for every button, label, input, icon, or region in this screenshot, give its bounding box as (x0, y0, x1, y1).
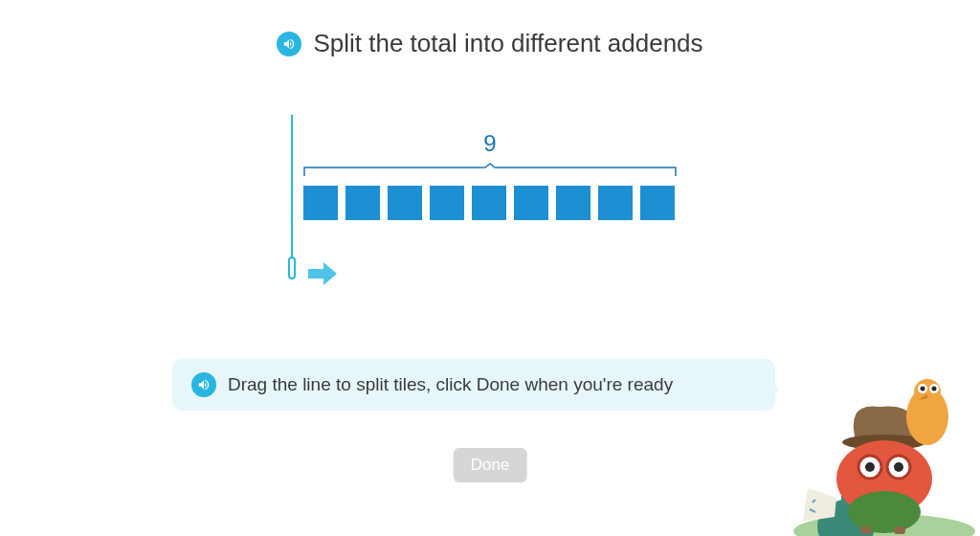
tile (345, 186, 380, 220)
svg-point-11 (894, 462, 903, 472)
speaker-icon[interactable] (191, 372, 216, 397)
tile (640, 186, 675, 220)
done-button[interactable]: Done (454, 448, 527, 482)
split-slider[interactable] (291, 115, 293, 276)
tile (514, 186, 548, 220)
tiles-row (303, 186, 675, 220)
tile (388, 186, 422, 220)
svg-point-10 (865, 462, 875, 472)
svg-rect-19 (860, 526, 872, 534)
svg-point-16 (921, 387, 925, 391)
question-header: Split the total into different addends (0, 0, 980, 58)
slider-knob[interactable] (288, 257, 296, 279)
tile (556, 186, 590, 220)
exercise-area: 9 (279, 130, 701, 322)
question-title: Split the total into different addends (313, 29, 702, 58)
svg-point-17 (932, 387, 937, 391)
brace-annotation (303, 163, 677, 176)
hint-text: Drag the line to split tiles, click Done… (228, 374, 673, 395)
speaker-icon[interactable] (277, 32, 301, 56)
mascot-character (789, 345, 980, 536)
svg-point-5 (848, 491, 921, 533)
total-value: 9 (483, 130, 496, 157)
tile (472, 186, 506, 220)
svg-rect-18 (894, 526, 905, 534)
hint-bubble: Drag the line to split tiles, click Done… (172, 359, 775, 411)
tile (303, 186, 338, 220)
drag-right-arrow-icon (308, 262, 337, 285)
tile (598, 186, 633, 220)
tile (430, 186, 464, 220)
